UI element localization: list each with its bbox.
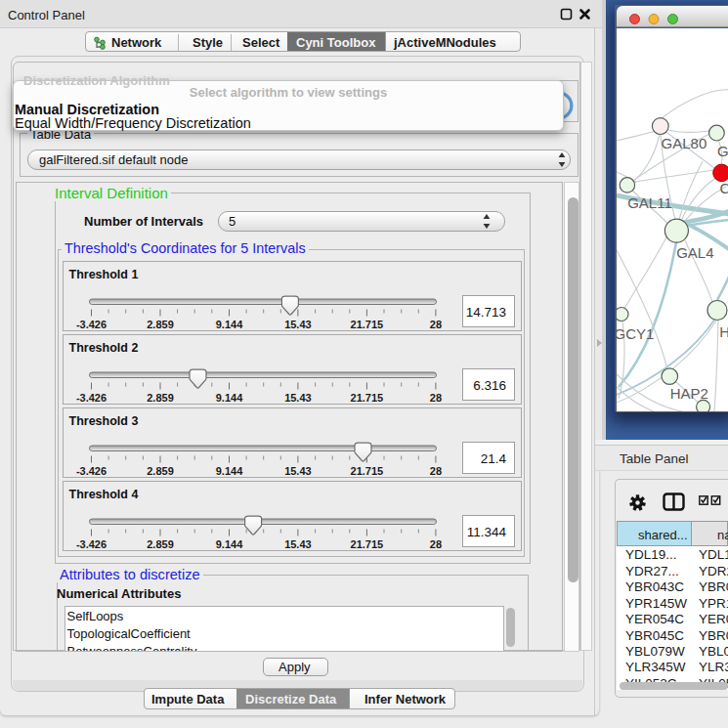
- svg-text:15.43: 15.43: [284, 538, 312, 550]
- svg-text:2.859: 2.859: [147, 391, 174, 403]
- svg-text:6.316: 6.316: [473, 378, 506, 393]
- svg-text:2.859: 2.859: [147, 538, 174, 550]
- svg-text:-3.426: -3.426: [75, 538, 106, 550]
- svg-text:HAP2: HAP2: [669, 385, 707, 402]
- svg-text:GAL11: GAL11: [627, 193, 672, 210]
- svg-text:21.715: 21.715: [350, 538, 383, 550]
- svg-text:21.715: 21.715: [350, 465, 383, 477]
- svg-text:Threshold 3: Threshold 3: [68, 414, 138, 428]
- svg-text:Threshold 4: Threshold 4: [68, 488, 138, 501]
- svg-text:11.344: 11.344: [466, 525, 506, 539]
- svg-text:9.144: 9.144: [215, 391, 242, 403]
- svg-text:-3.426: -3.426: [75, 391, 106, 403]
- svg-text:9.144: 9.144: [215, 318, 242, 329]
- svg-text:28: 28: [429, 391, 441, 403]
- svg-text:GAL80: GAL80: [661, 135, 707, 151]
- svg-text:15.43: 15.43: [284, 318, 312, 329]
- svg-text:28: 28: [429, 318, 441, 329]
- svg-text:GA: GA: [717, 142, 728, 158]
- svg-text:GAL4: GAL4: [676, 244, 713, 261]
- svg-text:CY: CY: [719, 180, 728, 196]
- svg-text:Threshold 1: Threshold 1: [68, 267, 138, 280]
- svg-text:14.713: 14.713: [465, 305, 505, 320]
- svg-text:28: 28: [429, 538, 441, 550]
- svg-text:-3.426: -3.426: [75, 465, 106, 477]
- svg-text:15.43: 15.43: [284, 465, 312, 477]
- svg-text:GCY1: GCY1: [617, 325, 654, 342]
- svg-text:Threshold 2: Threshold 2: [68, 340, 138, 354]
- svg-text:2.859: 2.859: [147, 465, 174, 477]
- svg-text:21.4: 21.4: [480, 451, 506, 466]
- svg-text:21.715: 21.715: [350, 318, 383, 329]
- svg-text:2.859: 2.859: [147, 318, 174, 329]
- svg-text:-3.426: -3.426: [75, 318, 106, 329]
- svg-text:28: 28: [429, 465, 441, 477]
- svg-text:9.144: 9.144: [215, 538, 242, 550]
- svg-text:9.144: 9.144: [215, 465, 242, 477]
- svg-text:15.43: 15.43: [284, 391, 312, 403]
- svg-text:HI: HI: [719, 322, 728, 339]
- svg-text:21.715: 21.715: [350, 391, 383, 403]
